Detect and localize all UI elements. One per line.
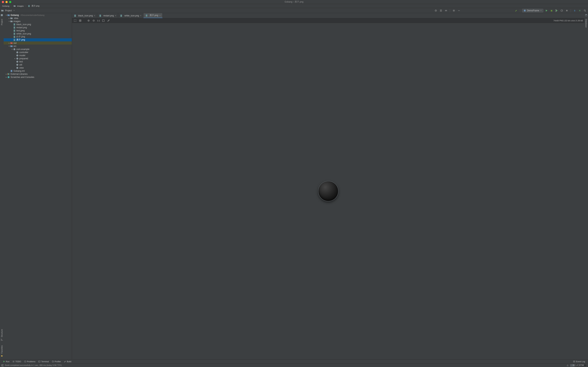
- window-title: Gobang – 黑子.png: [284, 0, 303, 3]
- zoom-in-icon[interactable]: [87, 19, 90, 22]
- tree-file-test-jpeg[interactable]: test.jpeg: [4, 29, 72, 32]
- svg-point-26: [16, 54, 18, 56]
- maximize-window-button[interactable]: [9, 1, 11, 3]
- build-tool-tab[interactable]: Build: [63, 360, 73, 363]
- breadcrumb-folder[interactable]: images: [13, 5, 24, 7]
- coverage-icon[interactable]: [555, 8, 559, 13]
- tree-root[interactable]: ▾ Gobang ~/Documents/code/Gobang: [4, 14, 72, 17]
- tree-file-black-icon[interactable]: black_icon.png: [4, 23, 72, 26]
- tab-restart[interactable]: restart.png×: [97, 13, 118, 18]
- structure-tool-tab[interactable]: Structure: [0, 327, 3, 342]
- svg-point-25: [16, 51, 18, 53]
- tool-windows-icon[interactable]: [1, 364, 4, 367]
- window-controls: [0, 1, 11, 3]
- svg-rect-31: [11, 70, 12, 72]
- settings-gear-icon[interactable]: [452, 8, 456, 13]
- run-button-icon[interactable]: [544, 8, 548, 13]
- tree-scratches[interactable]: ▸ Scratches and Consoles: [4, 75, 72, 79]
- tree-folder-idea[interactable]: ▸ .idea: [4, 17, 72, 20]
- fit-zoom-icon[interactable]: [73, 19, 77, 22]
- tree-file-baizi[interactable]: 白子.png: [4, 35, 72, 38]
- color-picker-icon[interactable]: [107, 19, 110, 22]
- tree-package-controller[interactable]: controller: [4, 51, 72, 54]
- breadcrumb-separator: 〉: [10, 5, 12, 7]
- close-tab-icon[interactable]: ×: [115, 14, 116, 17]
- tab-white-icon[interactable]: white_icon.png×: [118, 13, 143, 18]
- terminal-tool-tab[interactable]: Terminal: [37, 360, 50, 363]
- project-tool-tab[interactable]: Project: [0, 14, 3, 26]
- svg-point-6: [551, 10, 552, 11]
- vcs-commit-icon[interactable]: [578, 8, 582, 13]
- separator: [450, 9, 450, 12]
- profiler-icon[interactable]: [560, 8, 564, 13]
- tree-package-com-example[interactable]: ▾ com.example: [4, 48, 72, 51]
- close-window-button[interactable]: [2, 1, 4, 3]
- editor-area: black_icon.png× restart.png× white_icon.…: [72, 13, 584, 359]
- svg-point-4: [453, 10, 454, 11]
- tree-package-util[interactable]: util: [4, 63, 72, 66]
- lock-icon[interactable]: [566, 364, 569, 367]
- close-tab-icon[interactable]: ×: [140, 14, 141, 17]
- image-canvas[interactable]: [72, 23, 584, 359]
- tree-file-restart[interactable]: restart.png: [4, 26, 72, 29]
- favorites-tool-tab[interactable]: Favorites: [0, 343, 3, 358]
- tree-file-iml[interactable]: Gobang.iml: [4, 69, 72, 72]
- svg-point-27: [16, 58, 18, 59]
- svg-point-3: [436, 10, 436, 11]
- minimize-window-button[interactable]: [6, 1, 8, 3]
- tree-folder-out[interactable]: ▸ out: [4, 42, 72, 44]
- hide-panel-icon[interactable]: [457, 8, 461, 13]
- breadcrumb-root[interactable]: Gobang: [1, 5, 10, 7]
- todo-tool-tab[interactable]: TODO: [11, 360, 23, 363]
- memory-indicator[interactable]: 511 of 1979M: [570, 364, 587, 367]
- vcs-update-icon[interactable]: [573, 8, 577, 13]
- svg-point-30: [16, 67, 18, 69]
- run-tool-tab[interactable]: Run: [1, 360, 11, 363]
- tree-package-model[interactable]: model: [4, 54, 72, 57]
- svg-rect-53: [2, 364, 3, 366]
- status-bar: Build completed successfully in 1 sec, 3…: [0, 363, 588, 367]
- svg-rect-13: [14, 24, 15, 25]
- project-tree-panel: ▾ Gobang ~/Documents/code/Gobang ▸ .idea…: [4, 13, 72, 359]
- run-config-dropdown[interactable]: DemoFrame ▼: [522, 9, 543, 12]
- collapse-all-icon[interactable]: [444, 8, 448, 13]
- svg-rect-21: [14, 37, 15, 37]
- tree-folder-src[interactable]: ▾ src: [4, 44, 72, 48]
- zoom-out-icon[interactable]: [92, 19, 95, 22]
- project-view-dropdown[interactable]: Project ▼: [1, 9, 15, 12]
- debug-button-icon[interactable]: [549, 8, 554, 13]
- tree-package-test[interactable]: test: [4, 60, 72, 63]
- tab-heizi[interactable]: 黑子.png×: [144, 13, 163, 18]
- database-tool-tab[interactable]: Database: [585, 14, 588, 29]
- tree-file-white-icon[interactable]: white_icon.png: [4, 32, 72, 35]
- tree-external-libraries[interactable]: ▸ External Libraries: [4, 72, 72, 75]
- stop-button-icon[interactable]: [565, 8, 569, 13]
- tree-package-prepared[interactable]: ▸ prepared: [4, 57, 72, 60]
- svg-rect-41: [121, 16, 122, 16]
- actual-size-button[interactable]: 1:1: [97, 19, 100, 22]
- tree-folder-images[interactable]: ▾ images: [4, 20, 72, 23]
- problems-tool-tab[interactable]: Problems: [23, 360, 37, 363]
- background-toggle-icon[interactable]: [102, 19, 105, 22]
- svg-rect-46: [102, 19, 105, 22]
- svg-rect-17: [14, 30, 15, 31]
- svg-rect-49: [39, 361, 40, 362]
- build-hammer-icon[interactable]: [514, 8, 518, 13]
- search-everywhere-icon[interactable]: [583, 8, 587, 13]
- select-opened-file-icon[interactable]: [434, 8, 438, 13]
- close-tab-icon[interactable]: ×: [94, 14, 95, 17]
- grid-icon[interactable]: [79, 19, 82, 22]
- expand-all-icon[interactable]: [439, 8, 443, 13]
- breadcrumb-file[interactable]: 黑子.png: [27, 5, 40, 7]
- tab-black-icon[interactable]: black_icon.png×: [72, 13, 97, 18]
- event-log-tab[interactable]: Event Log: [572, 360, 587, 363]
- bottom-tool-strip: Run TODO Problems Terminal Profiler Buil…: [0, 359, 588, 363]
- close-tab-icon[interactable]: ×: [159, 14, 161, 17]
- svg-rect-54: [567, 365, 568, 366]
- tree-file-heizi[interactable]: 黑子.png: [4, 38, 72, 42]
- profiler-tool-tab[interactable]: Profiler: [50, 360, 63, 363]
- tree-package-view[interactable]: view: [4, 66, 72, 69]
- project-tree[interactable]: ▾ Gobang ~/Documents/code/Gobang ▸ .idea…: [4, 13, 72, 79]
- svg-rect-5: [524, 10, 526, 11]
- svg-rect-1: [28, 6, 29, 7]
